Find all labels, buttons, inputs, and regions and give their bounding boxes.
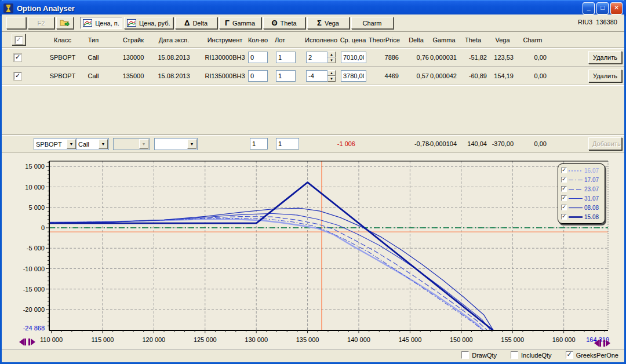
legend-line-sample bbox=[569, 187, 583, 191]
legend-line-sample bbox=[569, 178, 583, 182]
folder-export-icon bbox=[60, 19, 70, 26]
scroll-right-button[interactable] bbox=[603, 340, 610, 347]
chevron-down-icon: ▼ bbox=[139, 139, 148, 149]
payoff-chart-panel: 110 000115 000120 000125 000130 000135 0… bbox=[2, 153, 624, 349]
view-tabs: Цена, п.Цена, руб.ΔDeltaΓGammaΘThetaΣVeg… bbox=[80, 17, 395, 29]
cell-instrument: RI130000BH3 bbox=[199, 54, 251, 61]
cell-class: SPBOPT bbox=[42, 54, 83, 61]
app-icon bbox=[3, 3, 13, 13]
tab-charm[interactable]: Charm bbox=[351, 17, 394, 29]
cell-expiry: 15.08.2013 bbox=[154, 72, 194, 79]
cell-class: SPBOPT bbox=[42, 72, 83, 79]
legend-series-checkbox[interactable] bbox=[561, 177, 567, 183]
tab-delta[interactable]: ΔDelta bbox=[175, 17, 217, 29]
svg-text:155 000: 155 000 bbox=[501, 336, 524, 343]
tab-theta[interactable]: ΘTheta bbox=[263, 17, 305, 29]
delete-row-button[interactable]: Удалить bbox=[588, 70, 622, 82]
tab-цена-руб[interactable]: Цена, руб. bbox=[124, 17, 173, 29]
chevron-down-icon: ▼ bbox=[67, 139, 76, 149]
legend-series-checkbox[interactable] bbox=[561, 205, 567, 210]
legend-series-checkbox[interactable] bbox=[561, 195, 567, 201]
stepper-up-button[interactable]: ▲ bbox=[327, 70, 336, 76]
legend-item-31-07: 31.07 bbox=[559, 194, 603, 203]
legend-line-sample bbox=[569, 196, 583, 201]
maximize-button[interactable]: □ bbox=[596, 2, 609, 14]
greek-symbol-icon: Γ bbox=[225, 19, 230, 27]
greeksperone-checkbox[interactable] bbox=[566, 351, 573, 359]
class-select-value: SPBOPT bbox=[34, 141, 66, 148]
executed-input[interactable] bbox=[306, 70, 327, 82]
qty-input[interactable] bbox=[248, 52, 268, 63]
tab-vega[interactable]: ΣVega bbox=[307, 17, 350, 29]
lot-input[interactable] bbox=[276, 52, 296, 63]
col-header-lot: Лот bbox=[265, 37, 294, 43]
svg-text:-10 000: -10 000 bbox=[23, 265, 45, 272]
new-lot-input[interactable] bbox=[276, 138, 299, 150]
col-header-type: Тип bbox=[80, 37, 107, 43]
svg-text:120 000: 120 000 bbox=[142, 336, 165, 343]
chevron-down-icon: ▼ bbox=[187, 139, 196, 149]
tab-цена-п[interactable]: Цена, п. bbox=[80, 17, 122, 29]
svg-text:150 000: 150 000 bbox=[450, 336, 473, 343]
stepper-down-button[interactable]: ▼ bbox=[327, 57, 336, 63]
stepper-down-button[interactable]: ▼ bbox=[327, 76, 336, 82]
checkbox-label: IncludeQty bbox=[521, 352, 552, 359]
scroll-right-button[interactable] bbox=[28, 338, 35, 345]
checkbox-label: DrawQty bbox=[472, 352, 497, 359]
legend-label: 31.07 bbox=[584, 195, 599, 202]
svg-text:110 000: 110 000 bbox=[40, 336, 63, 343]
option-analyser-window: Option Analyser _ □ ✕ F2 Цена, п.Цена, р… bbox=[0, 0, 626, 364]
new-qty-input[interactable] bbox=[250, 138, 268, 150]
tab-label: Vega bbox=[325, 20, 339, 27]
f2-button[interactable]: F2 bbox=[28, 17, 54, 29]
titlebar[interactable]: Option Analyser _ □ ✕ bbox=[0, 0, 626, 16]
scroll-left-button[interactable] bbox=[594, 340, 601, 347]
col-header-expiry: Дата эксп. bbox=[154, 37, 194, 43]
svg-text:125 000: 125 000 bbox=[194, 336, 217, 343]
window-title: Option Analyser bbox=[17, 4, 581, 13]
legend-series-checkbox[interactable] bbox=[561, 214, 567, 220]
select-all-checkbox-box bbox=[15, 37, 23, 44]
tab-label: Charm bbox=[363, 20, 382, 27]
cell-strike: 130000 bbox=[114, 54, 153, 61]
class-select[interactable]: SPBOPT ▼ bbox=[34, 138, 77, 150]
strike-select[interactable]: ▼ bbox=[113, 138, 150, 150]
qty-input[interactable] bbox=[248, 70, 268, 82]
mini-chart-icon bbox=[83, 19, 92, 27]
scroll-right-controls bbox=[594, 340, 610, 347]
legend-series-checkbox[interactable] bbox=[561, 186, 567, 192]
toolbar-blank-button[interactable] bbox=[6, 17, 26, 29]
position-value: -1 006 bbox=[318, 140, 355, 147]
includeqty-checkbox[interactable] bbox=[511, 351, 518, 359]
svg-text:130 000: 130 000 bbox=[245, 336, 268, 343]
legend-series-checkbox[interactable] bbox=[561, 168, 567, 173]
table-row: SPBOPT Call 135000 15.08.2013 RI135000BH… bbox=[2, 67, 624, 85]
statusbar-option-greeksperone: GreeksPerOne bbox=[566, 351, 618, 359]
svg-text:140 000: 140 000 bbox=[347, 336, 370, 343]
legend-line-sample bbox=[569, 169, 583, 173]
executed-stepper: ▲▼ bbox=[327, 52, 336, 63]
expiry-select[interactable]: ▼ bbox=[154, 138, 198, 150]
svg-text:-15 000: -15 000 bbox=[23, 286, 45, 293]
add-row-button[interactable]: Добавить bbox=[588, 137, 622, 150]
tab-label: Delta bbox=[192, 20, 208, 27]
tab-gamma[interactable]: ΓGamma bbox=[219, 17, 261, 29]
row-checkbox[interactable] bbox=[14, 72, 21, 80]
close-button[interactable]: ✕ bbox=[610, 2, 623, 14]
row-checkbox[interactable] bbox=[14, 54, 21, 61]
type-select-value: Call bbox=[77, 141, 98, 148]
drawqty-checkbox[interactable] bbox=[461, 351, 469, 359]
delete-row-button[interactable]: Удалить bbox=[588, 51, 622, 64]
stepper-up-button[interactable]: ▲ bbox=[327, 52, 336, 57]
legend-label: 15.08 bbox=[584, 214, 599, 220]
select-all-checkbox[interactable] bbox=[12, 34, 26, 45]
svg-text:115 000: 115 000 bbox=[91, 336, 114, 343]
col-header-class: Класс bbox=[42, 37, 83, 43]
export-chart-button[interactable] bbox=[56, 17, 74, 29]
cell-charm: 0,00 bbox=[503, 54, 547, 61]
type-select[interactable]: Call ▼ bbox=[76, 138, 109, 150]
scroll-left-button[interactable] bbox=[19, 338, 26, 345]
minimize-button[interactable]: _ bbox=[583, 2, 595, 14]
executed-input[interactable] bbox=[306, 52, 327, 63]
lot-input[interactable] bbox=[276, 70, 296, 82]
